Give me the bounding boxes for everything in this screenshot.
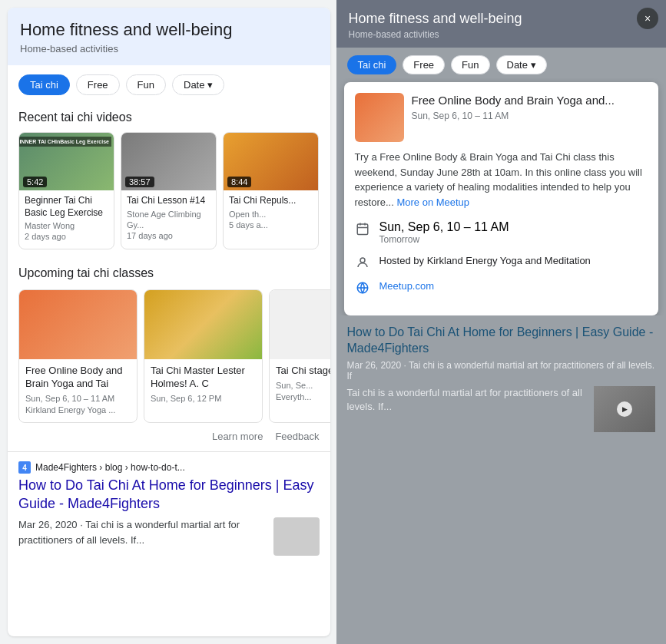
- right-filter-row: Tai chi Free Fun Date ▾: [336, 48, 667, 82]
- learn-more-link[interactable]: Learn more: [212, 431, 263, 442]
- classes-section-title: Upcoming tai chi classes: [8, 260, 330, 288]
- video-age-3: 5 days a...: [229, 220, 313, 230]
- right-filter-tai-chi[interactable]: Tai chi: [347, 55, 397, 74]
- more-on-meetup-link[interactable]: More on Meetup: [396, 197, 469, 208]
- video-thumb-3: 8:44: [224, 133, 318, 190]
- left-header: Home fitness and well-being Home-based a…: [8, 8, 330, 65]
- left-panel: Home fitness and well-being Home-based a…: [8, 8, 330, 636]
- video-title-3: Tai Chi Repuls...: [229, 195, 313, 207]
- event-detail-host-row: Hosted by Kirkland Energy Yoga and Medit…: [355, 254, 648, 270]
- class-venue-3: Everyth...: [276, 391, 330, 403]
- left-subtitle: Home-based activities: [20, 43, 318, 54]
- video-channel-3: Open th...: [229, 209, 313, 220]
- class-card-3[interactable]: Tai Chi stages Sun, Se... Everyth...: [269, 289, 330, 424]
- right-result-meta: Mar 26, 2020 · Tai chi is a wonderful ma…: [347, 360, 656, 381]
- result-title[interactable]: How to Do Tai Chi At Home for Beginners …: [18, 477, 320, 513]
- event-card-header: Free Online Body and Brain Yoga and... S…: [355, 93, 648, 142]
- video-card-3[interactable]: 8:44 Tai Chi Repuls... Open th... 5 days…: [223, 132, 319, 249]
- class-title-1: Free Online Body and Brain Yoga and Tai: [25, 365, 131, 391]
- video-duration-3: 8:44: [227, 177, 251, 187]
- class-thumb-3: [270, 290, 330, 359]
- class-card-1[interactable]: Free Online Body and Brain Yoga and Tai …: [18, 289, 138, 424]
- right-panel: Home fitness and well-being Home-based a…: [336, 0, 667, 644]
- video-channel-1: Master Wong: [25, 220, 108, 231]
- result-source: 4 Made4Fighters › blog › how-to-do-t...: [18, 461, 320, 474]
- class-card-2[interactable]: Tai Chi Master Lester Holmes! A. C Sun, …: [144, 289, 263, 424]
- result-breadcrumb: Made4Fighters › blog › how-to-do-t...: [35, 462, 185, 473]
- right-bottom: How to Do Tai Chi At Home for Beginners …: [336, 315, 667, 441]
- video-age-2: 17 days ago: [127, 230, 210, 241]
- class-info-2: Tai Chi Master Lester Holmes! A. C Sun, …: [144, 359, 262, 411]
- class-info-3: Tai Chi stages Sun, Se... Everyth...: [270, 359, 330, 410]
- class-title-2: Tai Chi Master Lester Holmes! A. C: [151, 365, 256, 391]
- result-snippet: Mar 26, 2020 · Tai chi is a wonderful ma…: [18, 517, 266, 547]
- right-header: Home fitness and well-being Home-based a…: [336, 0, 667, 48]
- class-info-1: Free Online Body and Brain Yoga and Tai …: [19, 359, 137, 423]
- chevron-down-icon: ▾: [531, 59, 536, 71]
- event-card-title: Free Online Body and Brain Yoga and...: [412, 93, 648, 108]
- class-date-2: Sun, Sep 6, 12 PM: [151, 393, 256, 405]
- class-date-1: Sun, Sep 6, 10 – 11 AM: [25, 393, 131, 405]
- action-row: Learn more Feedback: [8, 423, 330, 451]
- right-title: Home fitness and well-being: [349, 11, 654, 27]
- result-date: Mar 26, 2020: [18, 519, 78, 530]
- left-title: Home fitness and well-being: [20, 20, 318, 40]
- class-thumb-1: [19, 290, 137, 359]
- video-channel-2: Stone Age Climbing Gy...: [127, 209, 210, 231]
- right-result-title[interactable]: How to Do Tai Chi At Home for Beginners …: [347, 325, 656, 357]
- event-card-expanded: Free Online Body and Brain Yoga and... S…: [344, 82, 659, 315]
- svg-rect-0: [357, 224, 368, 235]
- video-age-1: 2 days ago: [25, 231, 108, 242]
- event-card-time: Sun, Sep 6, 10 – 11 AM: [412, 111, 648, 121]
- class-title-3: Tai Chi stages: [276, 365, 330, 378]
- event-card-header-info: Free Online Body and Brain Yoga and... S…: [412, 93, 648, 142]
- filter-free[interactable]: Free: [76, 74, 120, 95]
- video-info-2: Tai Chi Lesson #14 Stone Age Climbing Gy…: [121, 190, 216, 247]
- class-date-3: Sun, Se...: [276, 380, 330, 391]
- videos-section-title: Recent tai chi videos: [8, 104, 330, 132]
- video-card-2[interactable]: 38:57 Tai Chi Lesson #14 Stone Age Climb…: [121, 132, 217, 249]
- event-date-sub: Tomorrow: [379, 234, 509, 245]
- video-thumb-1: 5:42: [19, 133, 114, 190]
- video-thumb-2: 38:57: [121, 133, 216, 190]
- svg-point-4: [360, 258, 365, 263]
- person-icon: [355, 255, 370, 270]
- result-favicon: 4: [18, 461, 31, 474]
- right-result-image: ▶: [594, 386, 655, 432]
- calendar-icon: [355, 221, 370, 236]
- close-button[interactable]: ×: [637, 8, 658, 29]
- event-card-description: Try a Free Online Body & Brain Yoga and …: [355, 150, 648, 210]
- right-result-snippet-row: Tai chi is a wonderful martial art for p…: [347, 386, 656, 432]
- video-title-2: Tai Chi Lesson #14: [127, 195, 210, 207]
- right-filter-date[interactable]: Date ▾: [496, 55, 547, 74]
- chevron-down-icon: ▾: [207, 79, 213, 91]
- right-subtitle: Home-based activities: [349, 29, 654, 40]
- event-detail-date-row: Sun, Sep 6, 10 – 11 AM Tomorrow: [355, 220, 648, 245]
- filter-row: Tai chi Free Fun Date ▾: [8, 65, 330, 104]
- video-duration-2: 38:57: [125, 177, 154, 187]
- filter-tai-chi[interactable]: Tai chi: [18, 74, 70, 95]
- event-card-thumbnail: [355, 93, 404, 142]
- right-filter-free[interactable]: Free: [403, 55, 445, 74]
- globe-icon: [355, 280, 370, 296]
- result-image: [273, 517, 320, 556]
- video-row: 5:42 Beginner Tai Chi Basic Leg Exercise…: [8, 132, 330, 249]
- feedback-link[interactable]: Feedback: [275, 431, 319, 442]
- video-card-1[interactable]: 5:42 Beginner Tai Chi Basic Leg Exercise…: [18, 132, 114, 249]
- video-info-1: Beginner Tai Chi Basic Leg Exercise Mast…: [19, 190, 114, 249]
- result-snippet-row: Mar 26, 2020 · Tai chi is a wonderful ma…: [18, 517, 320, 556]
- filter-date[interactable]: Date ▾: [172, 74, 224, 95]
- event-detail-date: Sun, Sep 6, 10 – 11 AM Tomorrow: [379, 220, 509, 245]
- video-duration-1: 5:42: [23, 177, 47, 187]
- class-thumb-2: [144, 290, 262, 359]
- right-filter-fun[interactable]: Fun: [451, 55, 489, 74]
- filter-fun[interactable]: Fun: [126, 74, 166, 95]
- event-detail-website-row: Meetup.com: [355, 279, 648, 296]
- play-icon: ▶: [617, 401, 632, 417]
- right-result-text: Tai chi is a wonderful martial art for p…: [347, 386, 587, 432]
- video-title-1: Beginner Tai Chi Basic Leg Exercise: [25, 195, 108, 219]
- event-date-text: Sun, Sep 6, 10 – 11 AM: [379, 220, 509, 234]
- video-info-3: Tai Chi Repuls... Open th... 5 days a...: [224, 190, 318, 236]
- class-venue-1: Kirkland Energy Yoga ...: [25, 405, 131, 416]
- event-website-text[interactable]: Meetup.com: [379, 279, 435, 293]
